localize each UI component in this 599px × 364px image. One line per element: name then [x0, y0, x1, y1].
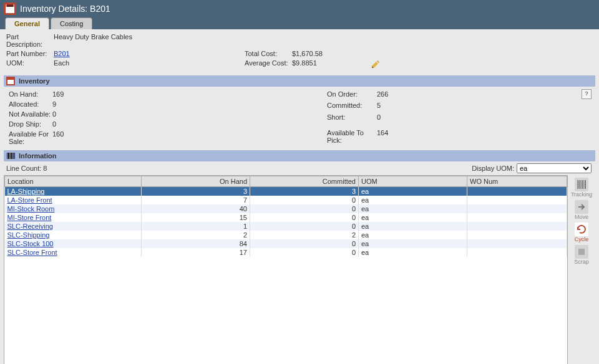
column-header-row: Location On Hand Committed UOM WO Num — [5, 176, 567, 187]
location-cell[interactable]: MI-Store Front — [5, 213, 142, 222]
col-uom[interactable]: UOM — [359, 176, 467, 187]
svg-rect-15 — [583, 180, 584, 189]
committed-cell: 2 — [250, 231, 359, 239]
committed-cell: 0 — [250, 248, 359, 257]
location-cell[interactable]: MI-Stock Room — [5, 204, 142, 213]
short-value: 0 — [377, 113, 414, 122]
uom-cell: ea — [359, 239, 467, 248]
part-number-link[interactable]: B201 — [54, 50, 70, 57]
svg-rect-14 — [582, 180, 583, 189]
line-count-value: 8 — [43, 165, 47, 172]
svg-rect-11 — [577, 180, 578, 189]
on-hand-cell: 40 — [142, 204, 250, 213]
table-row[interactable]: MI-Store Front150ea — [5, 213, 567, 222]
table-row[interactable]: SLC-Shipping22ea — [5, 231, 567, 239]
svg-rect-9 — [13, 153, 14, 159]
on-hand-cell: 3 — [142, 187, 250, 196]
window-title: Inventory Details: B201 — [20, 4, 110, 14]
arrow-right-icon — [575, 200, 588, 214]
average-cost-value: $9.8851 — [292, 59, 367, 70]
part-description-label: Part Description: — [6, 33, 50, 48]
col-location[interactable]: Location — [5, 176, 142, 187]
inventory-right: On Order: 266 Committed: 5 Short: 0 Avai… — [327, 90, 414, 145]
svg-rect-13 — [580, 180, 581, 189]
barcode-icon — [6, 151, 15, 160]
short-label: Short: — [327, 113, 377, 122]
warehouse-icon — [6, 77, 15, 85]
information-section-header: Information — [4, 150, 595, 161]
line-count-label: Line Count: — [6, 165, 41, 172]
available-for-sale-label: Available For Sale: — [9, 130, 52, 145]
scrap-label: Scrap — [574, 259, 589, 265]
side-tools: Tracking Move Cycle — [568, 175, 595, 364]
col-wo-num[interactable]: WO Num — [467, 176, 567, 187]
scrap-tool[interactable]: Scrap — [570, 245, 593, 265]
svg-rect-17 — [578, 249, 585, 255]
uom-value: Each — [54, 59, 241, 70]
table-row[interactable]: LA-Store Front70ea — [5, 196, 567, 204]
tabs-row: GeneralCosting — [0, 17, 599, 29]
move-label: Move — [575, 214, 588, 220]
edit-icon[interactable] — [371, 59, 381, 69]
inventory-section-header: Inventory — [4, 75, 595, 87]
on-hand-cell: 7 — [142, 196, 250, 204]
available-for-sale-value: 160 — [52, 130, 90, 145]
table-row[interactable]: LA-Shipping33ea — [5, 187, 567, 196]
on-hand-cell: 2 — [142, 231, 250, 239]
committed-cell: 0 — [250, 213, 359, 222]
svg-rect-8 — [11, 153, 12, 159]
location-cell[interactable]: SLC-Store Front — [5, 248, 142, 257]
available-to-pick-label: Available To Pick: — [327, 129, 377, 145]
committed-cell: 0 — [250, 239, 359, 248]
on-order-label: On Order: — [327, 90, 377, 99]
content-area: Part Description: Heavy Duty Brake Cable… — [0, 29, 599, 364]
on-hand-cell: 84 — [142, 239, 250, 248]
tracking-tool[interactable]: Tracking — [570, 178, 593, 198]
average-cost-label: Average Cost: — [245, 59, 288, 70]
svg-rect-7 — [10, 153, 11, 159]
inventory-section-label: Inventory — [19, 77, 50, 85]
wo-num-cell — [467, 248, 567, 257]
svg-rect-16 — [585, 180, 586, 189]
location-cell[interactable]: LA-Store Front — [5, 196, 142, 204]
table-row[interactable]: SLC-Store Front170ea — [5, 248, 567, 257]
tab-costing[interactable]: Costing — [51, 17, 92, 29]
on-hand-label: On Hand: — [9, 90, 52, 98]
part-number-label: Part Number: — [6, 50, 50, 57]
cycle-icon — [575, 223, 588, 236]
location-grid[interactable]: Location On Hand Committed UOM WO Num LA… — [4, 175, 568, 364]
uom-cell: ea — [359, 213, 467, 222]
tracking-label: Tracking — [571, 191, 592, 198]
table-row[interactable]: SLC-Receiving10ea — [5, 222, 567, 231]
allocated-value: 9 — [52, 100, 90, 108]
total-cost-value: $1,670.58 — [292, 50, 367, 57]
display-uom-label: Display UOM: — [472, 165, 514, 172]
svg-rect-1 — [6, 7, 14, 13]
location-cell[interactable]: SLC-Receiving — [5, 222, 142, 231]
col-on-hand[interactable]: On Hand — [142, 176, 250, 187]
svg-rect-12 — [578, 180, 580, 189]
part-description-value: Heavy Duty Brake Cables — [54, 33, 396, 48]
inventory-summary: On Hand: 169 Allocated: 9 Not Available:… — [4, 87, 595, 149]
wo-num-cell — [467, 239, 567, 248]
scrap-icon — [575, 245, 588, 259]
details-panel: Part Description: Heavy Duty Brake Cable… — [4, 29, 595, 74]
information-section-label: Information — [19, 152, 57, 160]
table-row[interactable]: MI-Stock Room400ea — [5, 204, 567, 213]
tab-general[interactable]: General — [5, 17, 49, 29]
display-uom-select[interactable]: ea — [517, 163, 592, 173]
table-row[interactable]: SLC-Stock 100840ea — [5, 239, 567, 248]
location-cell[interactable]: LA-Shipping — [5, 187, 142, 196]
col-committed[interactable]: Committed — [250, 176, 359, 187]
uom-cell: ea — [359, 222, 467, 231]
svg-rect-5 — [7, 153, 7, 159]
committed-cell: 0 — [250, 222, 359, 231]
grid-area: Location On Hand Committed UOM WO Num LA… — [4, 175, 595, 364]
move-tool[interactable]: Move — [570, 200, 593, 220]
svg-rect-6 — [8, 153, 9, 159]
location-cell[interactable]: SLC-Stock 100 — [5, 239, 142, 248]
help-button[interactable]: ? — [582, 89, 592, 99]
cycle-tool[interactable]: Cycle — [570, 223, 593, 242]
uom-cell: ea — [359, 196, 467, 204]
location-cell[interactable]: SLC-Shipping — [5, 231, 142, 239]
